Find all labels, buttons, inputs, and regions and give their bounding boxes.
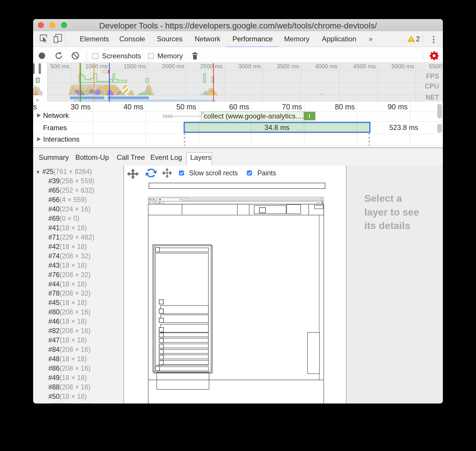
svg-text:Interactions: Interactions xyxy=(43,135,79,143)
svg-text:NET: NET xyxy=(426,94,439,101)
svg-text:4000 ms: 4000 ms xyxy=(315,63,337,69)
svg-text:2500 ms: 2500 ms xyxy=(200,63,223,69)
svg-text:Frames: Frames xyxy=(43,124,67,132)
svg-text:523.8 ms: 523.8 ms xyxy=(389,123,418,131)
svg-text:500 ms: 500 ms xyxy=(50,63,69,69)
svg-text:5500: 5500 xyxy=(429,63,442,69)
svg-text:50 ms: 50 ms xyxy=(176,103,196,111)
svg-text:2000 ms: 2000 ms xyxy=(162,63,184,69)
svg-text:5000 ms: 5000 ms xyxy=(392,63,414,69)
svg-text:34.8 ms: 34.8 ms xyxy=(264,123,289,131)
svg-text:Paints: Paints xyxy=(257,169,276,177)
svg-text:60 ms: 60 ms xyxy=(229,103,249,111)
svg-text:collect (www.google-analytics.: collect (www.google-analytics.... xyxy=(204,112,303,120)
svg-text:90 ms: 90 ms xyxy=(388,103,408,111)
svg-text:s: s xyxy=(33,103,37,111)
svg-text:30 ms: 30 ms xyxy=(71,103,91,111)
svg-text:1000 ms: 1000 ms xyxy=(85,63,108,69)
svg-text:Network: Network xyxy=(43,111,69,119)
svg-text:40 ms: 40 ms xyxy=(123,103,143,111)
svg-text:CPU: CPU xyxy=(425,82,439,90)
svg-text:Slow scroll rects: Slow scroll rects xyxy=(189,169,238,177)
svg-text:3500 ms: 3500 ms xyxy=(277,63,299,69)
svg-text:1500 ms: 1500 ms xyxy=(123,63,146,69)
svg-text:FPS: FPS xyxy=(426,72,439,80)
svg-text:70 ms: 70 ms xyxy=(282,103,302,111)
svg-text:3000 ms: 3000 ms xyxy=(238,63,261,69)
svg-text:4500 ms: 4500 ms xyxy=(353,63,376,69)
svg-text:80 ms: 80 ms xyxy=(335,103,355,111)
